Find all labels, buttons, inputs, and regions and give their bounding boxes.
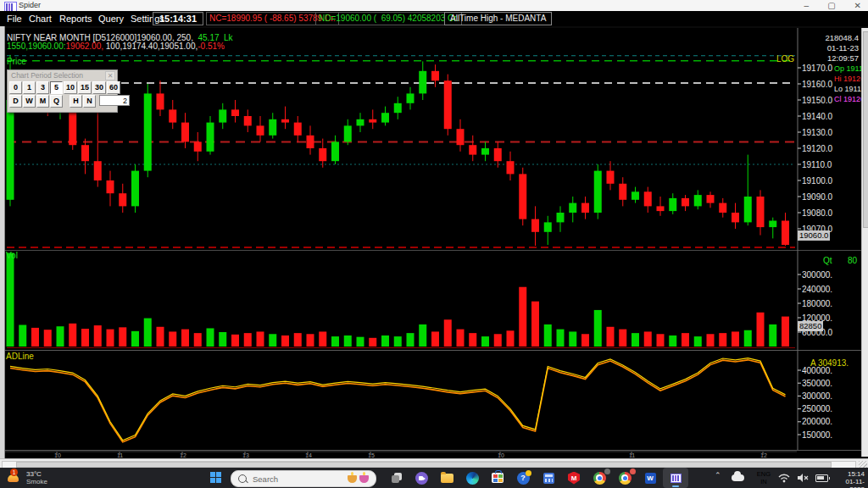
svg-text:300000.: 300000.	[802, 391, 832, 401]
period-minute-60[interactable]: 60	[107, 81, 120, 94]
horizontal-scrollbar-thumb[interactable]	[16, 462, 832, 468]
task-view-button[interactable]	[383, 468, 409, 488]
weather-temp: 33°C	[26, 470, 42, 478]
get-help-button[interactable]: ?	[510, 468, 536, 488]
file-explorer-button[interactable]	[434, 468, 459, 488]
spider-taskbar-button[interactable]	[663, 468, 688, 488]
last-price-tag: 19060.0	[798, 230, 830, 241]
word-button[interactable]: W	[637, 468, 663, 488]
microsoft-store-button[interactable]	[485, 468, 510, 488]
svg-text:12: 12	[760, 452, 767, 458]
folder-icon	[441, 474, 453, 483]
log-scale-label: LOG	[776, 54, 794, 64]
svg-text:10: 10	[498, 452, 504, 458]
svg-text:180000.: 180000.	[802, 299, 832, 308]
language-indicator[interactable]: ENGIN	[756, 470, 771, 485]
menu-query[interactable]: Query	[95, 13, 127, 25]
svg-text:10: 10	[54, 452, 61, 458]
nd-index-ticker: ND=19060.00 ( 69.05) 42058203 Cr.	[315, 12, 462, 25]
video-call-icon	[415, 472, 428, 485]
taskbar: 1 33°CSmoke Search ? M W ⌃ ENGIN	[0, 468, 868, 488]
calculator-icon	[543, 473, 554, 484]
price-volume-adline-chart[interactable]: 19170.019160.019150.019140.019130.019120…	[0, 26, 868, 458]
period-minute-3[interactable]: 3	[36, 81, 49, 94]
alert-ticker: AllTime High - MEDANTA	[444, 12, 552, 25]
battery-icon[interactable]	[815, 474, 828, 482]
calculator-button[interactable]	[536, 468, 561, 488]
period-minute-0[interactable]: 0	[9, 81, 22, 94]
svg-text:13: 13	[242, 452, 249, 458]
adline-current-value: A 304913.	[810, 358, 849, 368]
vertical-scrollbar[interactable]	[861, 28, 868, 457]
qt-label: Qt	[823, 256, 832, 265]
video-call-app-button[interactable]	[409, 468, 434, 488]
tray-expand-chevron-icon[interactable]: ⌃	[715, 471, 721, 480]
onedrive-cloud-icon[interactable]	[732, 474, 744, 481]
chrome-icon	[619, 472, 632, 485]
menu-file[interactable]: File	[3, 13, 25, 25]
chrome-icon	[593, 472, 606, 485]
svg-text:19140.0: 19140.0	[802, 112, 833, 121]
svg-text:250000.: 250000.	[802, 404, 832, 413]
wifi-icon[interactable]	[778, 473, 790, 483]
period-minute-10[interactable]: 10	[64, 81, 77, 94]
volume-panel-label: Vol	[6, 251, 18, 260]
mcafee-shield-icon: M	[568, 472, 580, 485]
weather-widget[interactable]: 1 33°CSmoke	[5, 469, 47, 485]
svg-text:350000.: 350000.	[802, 379, 832, 388]
app-clock: 15:14:31	[153, 12, 203, 25]
tray-clock[interactable]: 15:1401-11-2023	[831, 470, 865, 488]
menu-chart[interactable]: Chart	[25, 13, 55, 25]
dialog-close-icon[interactable]: ✕	[105, 71, 115, 80]
chart-quote-line: 1550,19060.00:19062.00, 100,19174.40,190…	[7, 42, 225, 51]
period-minute-15[interactable]: 15	[78, 81, 92, 94]
menu-reports[interactable]: Reports	[56, 13, 96, 25]
edge-browser-button[interactable]	[459, 468, 485, 488]
last-volume-tag: 82850	[798, 321, 823, 331]
task-view-icon	[394, 473, 402, 480]
notification-badge: 1	[10, 469, 18, 476]
chart-period-dialog: Chart Period Selection ✕ 0 1 3 5 10 15 3…	[7, 69, 118, 113]
period-minute-1[interactable]: 1	[23, 81, 36, 94]
start-button[interactable]	[210, 472, 222, 484]
chart-area: 19170.019160.019150.019140.019130.019120…	[0, 26, 868, 458]
period-daily[interactable]: D	[9, 95, 22, 108]
resize-grip[interactable]	[859, 461, 867, 468]
period-minute-5[interactable]: 5	[50, 81, 63, 94]
period-n[interactable]: N	[83, 95, 96, 108]
maximize-button[interactable]: ▢	[827, 0, 835, 11]
minimize-button[interactable]: –	[804, 0, 810, 11]
svg-text:150000.: 150000.	[802, 430, 832, 440]
svg-text:300000.: 300000.	[802, 270, 832, 280]
word-icon: W	[645, 473, 656, 484]
period-minute-30[interactable]: 30	[92, 81, 106, 94]
chrome-profile1-button[interactable]	[587, 468, 612, 488]
period-quarterly[interactable]: Q	[50, 95, 63, 108]
qt-value: 80	[848, 256, 857, 265]
edge-icon	[466, 472, 479, 485]
chrome-profile2-button[interactable]	[612, 468, 637, 488]
dialog-title: Chart Period Selection	[11, 71, 83, 80]
taskbar-search[interactable]: Search	[231, 470, 376, 487]
diya-lamp-icon	[359, 475, 369, 483]
svg-text:12: 12	[180, 452, 186, 458]
svg-text:19120.0: 19120.0	[802, 144, 833, 153]
period-weekly[interactable]: W	[23, 95, 36, 108]
period-count-input[interactable]	[99, 95, 130, 106]
store-icon	[492, 473, 504, 483]
period-hourly[interactable]: H	[70, 95, 82, 108]
period-monthly[interactable]: M	[36, 95, 49, 108]
close-button[interactable]: ✕	[854, 0, 861, 11]
profile-badge	[604, 469, 610, 474]
svg-text:240000.: 240000.	[802, 285, 832, 294]
svg-text:19090.0: 19090.0	[802, 192, 833, 202]
volume-muted-icon[interactable]	[797, 473, 809, 483]
vertical-scrollbar-thumb[interactable]	[863, 31, 868, 228]
mcafee-button[interactable]: M	[561, 468, 587, 488]
desktop: Spider – ▢ ✕ File Chart Reports Query Se…	[0, 0, 868, 488]
profile-badge	[630, 469, 636, 474]
spider-icon	[670, 474, 682, 483]
svg-text:200000.: 200000.	[802, 417, 832, 426]
search-placeholder: Search	[253, 474, 348, 484]
diya-lamp-icon	[348, 475, 357, 483]
